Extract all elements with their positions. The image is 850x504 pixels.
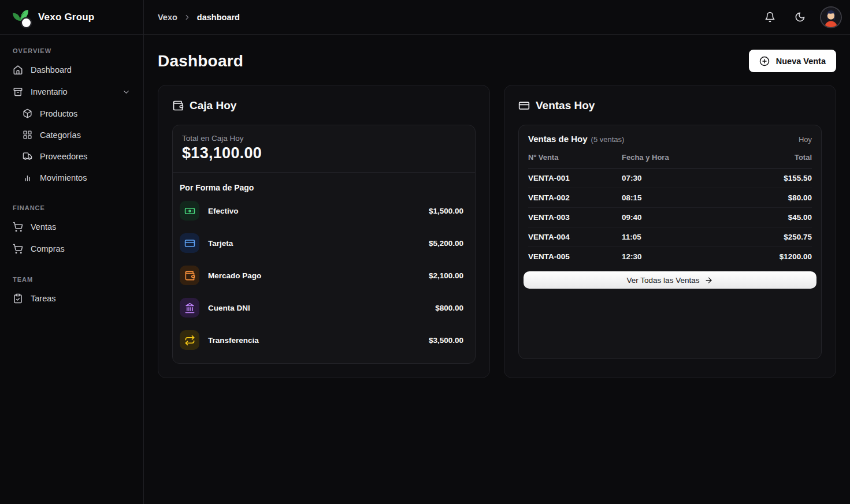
payment-amount: $1,500.00 [429, 207, 468, 215]
wallet-icon [172, 100, 184, 111]
notifications-button[interactable] [759, 6, 781, 28]
new-sale-button[interactable]: Nueva Venta [749, 50, 836, 72]
avatar[interactable] [821, 8, 841, 27]
ventas-panel-header: Ventas de Hoy (5 ventas) Hoy [519, 125, 821, 151]
sale-total: $45.00 [788, 213, 812, 222]
plus-circle-icon [759, 56, 770, 66]
repeat-icon [180, 330, 199, 350]
sales-table-header: Nº Venta Fecha y Hora Total [528, 151, 812, 169]
caja-card-title: Caja Hoy [190, 99, 236, 112]
sidebar-item-movimientos[interactable]: Movimientos [17, 167, 136, 188]
content-header: Dashboard Nueva Venta [158, 50, 836, 72]
sidebar-item-label: Tareas [31, 294, 56, 303]
payment-row-efectivo[interactable]: Efectivo $1,500.00 [180, 195, 468, 227]
ventas-card-header: Ventas Hoy [518, 99, 822, 112]
theme-toggle-button[interactable] [789, 6, 811, 28]
sidebar-item-categorias[interactable]: Categorías [17, 124, 136, 145]
sales-table: Nº Venta Fecha y Hora Total VENTA-001 07… [528, 151, 812, 266]
table-row[interactable]: VENTA-001 07:30 $155.50 [528, 169, 812, 188]
topbar-actions [759, 6, 841, 28]
sale-id: VENTA-002 [528, 193, 622, 202]
chevron-right-icon [183, 13, 191, 21]
caja-total-label: Total en Caja Hoy [182, 134, 466, 143]
sidebar-item-inventario[interactable]: Inventario [7, 81, 136, 103]
payment-amount: $3,500.00 [429, 336, 468, 345]
clipboard-check-icon [13, 293, 23, 304]
hoy-badge: Hoy [799, 135, 812, 144]
sidebar-item-label: Categorías [40, 130, 81, 140]
topbar: Vexo dashboard [144, 0, 850, 35]
payment-amount: $2,100.00 [429, 271, 468, 280]
breadcrumb-current: dashboard [197, 13, 240, 22]
table-row[interactable]: VENTA-004 11:05 $250.75 [528, 227, 812, 247]
ventas-count: (5 ventas) [591, 135, 625, 144]
table-row[interactable]: VENTA-002 08:15 $80.00 [528, 188, 812, 208]
sale-time: 08:15 [622, 193, 788, 202]
payment-row-transferencia[interactable]: Transferencia $3,500.00 [180, 324, 468, 356]
chevron-down-icon [122, 88, 131, 96]
section-label-overview: OVERVIEW [7, 44, 136, 59]
cart-icon [13, 222, 23, 232]
col-total: Total [795, 153, 812, 162]
banknote-icon [180, 201, 199, 221]
sale-total: $250.75 [784, 233, 812, 241]
sidebar-item-tareas[interactable]: Tareas [7, 288, 136, 309]
sidebar-item-productos[interactable]: Productos [17, 103, 136, 124]
payment-name: Transferencia [208, 336, 259, 345]
sidebar-item-ventas[interactable]: Ventas [7, 216, 136, 238]
ventas-panel: Ventas de Hoy (5 ventas) Hoy Nº Venta Fe… [518, 125, 822, 359]
sale-id: VENTA-005 [528, 252, 622, 261]
content: Dashboard Nueva Venta Caja Hoy [144, 35, 850, 504]
sidebar-item-label: Ventas [31, 222, 56, 232]
sale-time: 09:40 [622, 213, 788, 222]
cards-grid: Caja Hoy Total en Caja Hoy $13,100.00 Po… [158, 85, 836, 378]
col-venta: Nº Venta [528, 153, 622, 162]
col-fecha: Fecha y Hora [622, 153, 795, 162]
caja-panel: Total en Caja Hoy $13,100.00 Por Forma d… [172, 125, 476, 364]
ventas-card-title: Ventas Hoy [536, 99, 595, 112]
logo-dot [22, 18, 31, 27]
sidebar-item-dashboard[interactable]: Dashboard [7, 59, 136, 81]
payment-name: Mercado Pago [208, 271, 261, 280]
payment-name: Cuenta DNI [208, 304, 250, 312]
sidebar-item-label: Productos [40, 109, 77, 118]
main-area: Vexo dashboard [144, 0, 850, 504]
sidebar: Vexo Group OVERVIEW Dashboard Inventario [0, 0, 144, 504]
sale-id: VENTA-001 [528, 174, 622, 182]
brand[interactable]: Vexo Group [0, 0, 143, 35]
caja-card-header: Caja Hoy [172, 99, 476, 112]
breadcrumb-root[interactable]: Vexo [158, 13, 177, 22]
table-row[interactable]: VENTA-005 12:30 $1200.00 [528, 247, 812, 266]
payment-row-tarjeta[interactable]: Tarjeta $5,200.00 [180, 227, 468, 259]
sidebar-item-proveedores[interactable]: Proveedores [17, 145, 136, 167]
sale-time: 11:05 [622, 233, 784, 241]
payment-amount: $800.00 [435, 304, 468, 312]
wallet-icon [180, 266, 199, 285]
breadcrumb: Vexo dashboard [158, 13, 240, 22]
credit-card-icon [518, 100, 530, 111]
sidebar-item-label: Compras [31, 244, 65, 253]
sale-id: VENTA-004 [528, 233, 622, 241]
home-icon [13, 65, 23, 75]
ventas-panel-title: Ventas de Hoy [528, 134, 588, 144]
payment-name: Efectivo [208, 207, 239, 215]
sale-time: 12:30 [622, 252, 780, 261]
credit-card-icon [180, 233, 199, 253]
sale-time: 07:30 [622, 174, 784, 182]
view-all-wrap: Ver Todas las Ventas [519, 266, 821, 294]
vexo-sprout-logo-icon [12, 8, 31, 27]
bar-chart-icon [23, 173, 32, 182]
caja-total-section: Total en Caja Hoy $13,100.00 [173, 125, 475, 173]
payment-row-cuenta-dni[interactable]: Cuenta DNI $800.00 [180, 292, 468, 324]
view-all-sales-button[interactable]: Ver Todas las Ventas [524, 271, 816, 289]
cart-icon [13, 244, 23, 254]
sidebar-nav: OVERVIEW Dashboard Inventario Productos [0, 35, 143, 319]
section-label-team: TEAM [7, 272, 136, 288]
package-icon [23, 109, 32, 118]
table-row[interactable]: VENTA-003 09:40 $45.00 [528, 208, 812, 227]
caja-hoy-card: Caja Hoy Total en Caja Hoy $13,100.00 Po… [158, 85, 490, 378]
sidebar-item-compras[interactable]: Compras [7, 238, 136, 260]
moon-icon [795, 12, 806, 23]
payment-row-mercado-pago[interactable]: Mercado Pago $2,100.00 [180, 259, 468, 292]
sales-table-body: VENTA-001 07:30 $155.50 VENTA-002 08:15 … [528, 169, 812, 266]
